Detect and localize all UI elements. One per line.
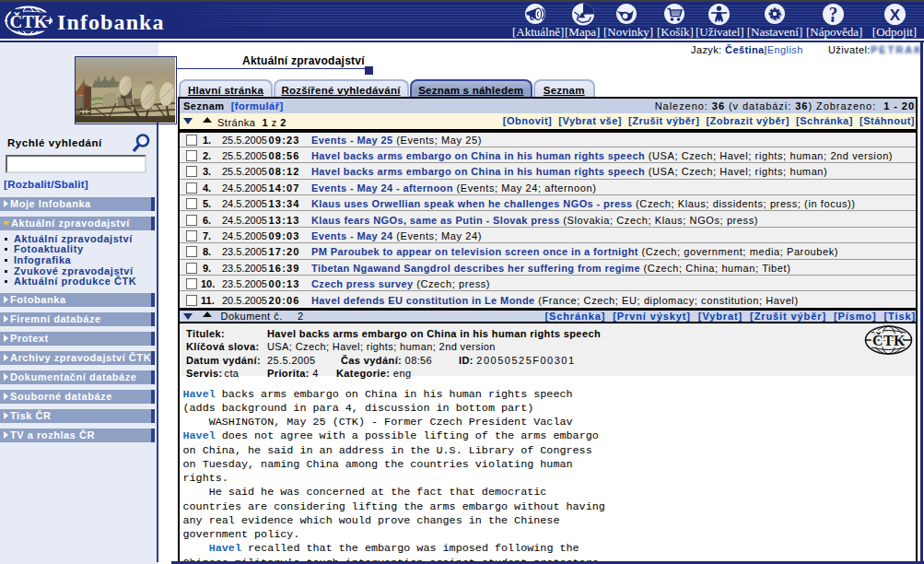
svg-text:X: X xyxy=(890,6,901,24)
svg-text:ČTK: ČTK xyxy=(872,332,906,348)
svg-text:ČTK: ČTK xyxy=(9,12,47,31)
